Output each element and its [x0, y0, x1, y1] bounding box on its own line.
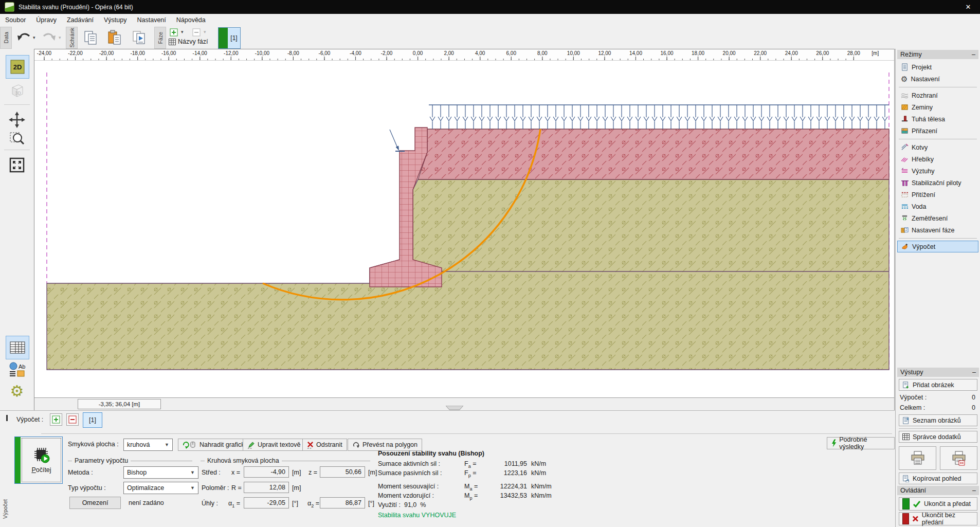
radius-unit: [m]	[292, 484, 301, 492]
outputs-collapse-icon[interactable]: –	[972, 369, 976, 376]
table-view-button[interactable]	[6, 336, 29, 359]
menu-zadavani[interactable]: Zadávání	[62, 15, 99, 25]
detailed-results-button[interactable]: Podrobné výsledky	[827, 437, 895, 449]
view-3d-button[interactable]: 3D	[6, 80, 28, 102]
toolbar: Data ▾ ▾ Schránk	[0, 26, 980, 49]
drawing-settings-button[interactable]: Ab	[6, 360, 28, 378]
convert-to-polygon-button[interactable]: Převést na polygon	[348, 439, 422, 451]
svg-text:6,00: 6,00	[506, 50, 517, 56]
sidebar-item-voda[interactable]: Voda	[896, 201, 980, 212]
panel-grip[interactable]	[6, 415, 8, 421]
remove-phase-caret[interactable]: ▾	[204, 29, 206, 34]
menu-soubor[interactable]: Soubor	[0, 15, 31, 25]
analysis-1-toggle[interactable]: [1]	[83, 412, 102, 428]
menu-upravy[interactable]: Úpravy	[31, 15, 62, 25]
outputs-panel-header[interactable]: Výstupy –	[897, 368, 979, 377]
svg-text:-18,00: -18,00	[130, 50, 145, 56]
svg-text:16,00: 16,00	[660, 50, 673, 56]
soil-layer-red[interactable]	[418, 129, 889, 179]
method-select[interactable]: Bishop ▼	[123, 466, 198, 479]
addon-manager-button[interactable]: Správce dodatků	[899, 431, 977, 443]
undo-dropdown-caret[interactable]: ▾	[33, 35, 35, 40]
printer-icon	[910, 450, 925, 466]
sidebar-item-projekt[interactable]: Projekt	[896, 61, 980, 73]
svg-text:-16,00: -16,00	[161, 50, 176, 56]
picture-list-icon	[902, 417, 910, 424]
copy-button[interactable]	[80, 28, 101, 47]
edit-textually-button[interactable]: Upravit textově	[243, 439, 305, 451]
red-x-icon	[307, 441, 314, 449]
svg-text:12,00: 12,00	[598, 50, 611, 56]
sidebar-item-rozhrani[interactable]: Rozhraní	[896, 89, 980, 101]
modes-collapse-icon[interactable]: –	[972, 51, 975, 58]
svg-text:28,00: 28,00	[847, 50, 860, 56]
redo-dropdown-caret[interactable]: ▾	[59, 35, 61, 40]
menu-vystupy[interactable]: Výstupy	[99, 15, 132, 25]
paste-button[interactable]	[104, 28, 125, 47]
data-tab[interactable]: Data	[0, 27, 12, 49]
redo-button[interactable]	[40, 29, 59, 45]
sidebar-item-nastaveni-faze[interactable]: 1 2 Nastavení fáze	[896, 224, 980, 236]
undo-button[interactable]	[14, 29, 33, 45]
controls-panel-header[interactable]: Ovládání –	[897, 486, 979, 495]
restriction-button[interactable]: Omezení	[69, 497, 121, 509]
sidebar-item-hrebiky[interactable]: Hřebíky	[896, 153, 980, 165]
sidebar-item-pritizeni[interactable]: Přitížení	[896, 189, 980, 201]
options-gear-button[interactable]: ⚙	[6, 381, 28, 402]
svg-text:4,00: 4,00	[475, 50, 485, 56]
print-selection-button[interactable]	[940, 446, 977, 470]
sidebar-item-vypocet[interactable]: Výpočet	[897, 241, 978, 252]
radius-value-field[interactable]: 12,08	[244, 482, 289, 493]
surcharge-load[interactable]	[429, 105, 889, 129]
add-analysis-button[interactable]	[50, 413, 62, 426]
menu-nastaveni[interactable]: Nastavení	[132, 15, 171, 25]
close-button[interactable]: ✕	[956, 0, 980, 14]
svg-text:-10,00: -10,00	[255, 50, 270, 56]
method-label: Metoda :	[68, 469, 93, 476]
fit-view-button[interactable]	[6, 154, 28, 176]
alpha2-value-field[interactable]: 86,87	[320, 497, 365, 508]
view-2d-button[interactable]: 2D	[6, 55, 29, 79]
alpha1-value-field[interactable]: -29,05	[244, 497, 289, 508]
sidebar-item-prirazeni[interactable]: Přiřazení	[896, 125, 980, 137]
z-value-field[interactable]: 50,66	[320, 466, 365, 478]
drawing-canvas[interactable]: -24,00-22,00-20,00-18,00-16,00-14,00-12,…	[34, 49, 894, 397]
sidebar-item-zeminy[interactable]: Zeminy	[896, 101, 980, 113]
panel-collapse-handle[interactable]	[446, 406, 463, 410]
phase-1-color-bar	[219, 28, 228, 48]
remove-analysis-button[interactable]	[66, 413, 79, 426]
finish-submit-button[interactable]: Ukončit a předat	[899, 497, 977, 511]
sidebar-item-nastaveni[interactable]: ⚙ Nastavení	[896, 73, 980, 85]
sidebar-item-vyztuhy[interactable]: Výztuhy	[896, 165, 980, 177]
copy-view-button[interactable]: Kopírovat pohled	[899, 473, 977, 484]
add-picture-button[interactable]: Přidat obrázek	[899, 379, 977, 391]
phase-names-button[interactable]: Názvy fází	[169, 38, 208, 45]
compute-button[interactable]: Počítej	[14, 437, 63, 484]
picture-list-button[interactable]: Seznam obrázků	[899, 414, 977, 426]
replace-graphically-button[interactable]: Nahradit graficky	[178, 439, 252, 451]
sidebar-item-zemetreseni[interactable]: Zemětřesení	[896, 212, 980, 224]
sidebar-item-kotvy[interactable]: Kotvy	[896, 141, 980, 153]
controls-collapse-icon[interactable]: –	[972, 487, 976, 494]
x-value-field[interactable]: -4,90	[244, 466, 289, 478]
menu-napoveda[interactable]: Nápověda	[171, 15, 211, 25]
calc-type-select[interactable]: Optimalizace ▼	[123, 482, 198, 494]
add-phase-button[interactable]	[169, 28, 179, 37]
remove-phase-button[interactable]	[191, 28, 202, 37]
slip-surface-select[interactable]: kruhová ▼	[123, 439, 173, 451]
copy-picture-button[interactable]	[129, 28, 150, 47]
clipboard-tab[interactable]: Schránk	[66, 27, 78, 49]
modes-panel-header[interactable]: Režimy –	[897, 50, 978, 59]
zoom-select-button[interactable]	[6, 127, 28, 150]
print-button[interactable]	[899, 446, 936, 470]
sidebar-item-tuha-telesa[interactable]: Tuhá tělesa	[896, 113, 980, 125]
earthquake-icon	[901, 214, 909, 222]
sidebar-item-stabilizacni-piloty[interactable]: Stabilizační piloty	[896, 177, 980, 189]
remove-slip-button[interactable]: Odstranit	[302, 439, 347, 451]
svg-text:10,00: 10,00	[567, 50, 580, 56]
finish-cancel-button[interactable]: Ukončit bez předání	[899, 512, 977, 525]
phase-group-tab[interactable]: Fáze	[154, 27, 166, 49]
add-phase-caret[interactable]: ▾	[181, 29, 184, 34]
x-unit: [m]	[292, 469, 301, 476]
phase-1-button[interactable]: [1]	[218, 27, 241, 49]
